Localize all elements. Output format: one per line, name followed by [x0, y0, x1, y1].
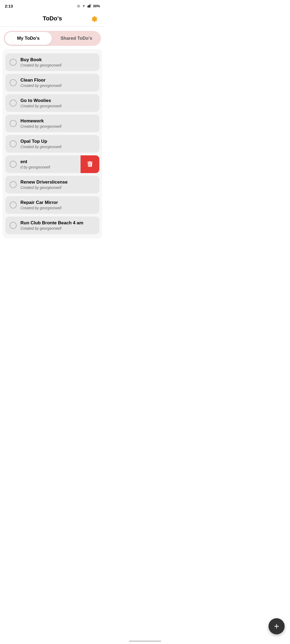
todo-title-4: Homework — [20, 118, 95, 124]
todo-creator-7: Created by georgeorwell — [20, 185, 95, 190]
list-item: Homework Created by georgeorwell — [5, 115, 99, 132]
todo-list: Buy Book Created by georgeorwell Clean F… — [3, 49, 102, 239]
svg-rect-3 — [89, 4, 90, 7]
list-item: Repair Car Mirror Created by georgeorwel… — [5, 196, 99, 214]
todo-title-6: ent — [20, 159, 76, 164]
header-divider — [0, 26, 105, 27]
gear-icon — [91, 16, 98, 23]
todo-checkbox-3[interactable] — [10, 100, 17, 107]
todo-title-2: Clean Floor — [20, 78, 95, 83]
list-item: Buy Book Created by georgeorwell — [5, 53, 99, 71]
page-title: ToDo's — [43, 15, 62, 22]
tab-my-todos[interactable]: My ToDo's — [5, 32, 52, 45]
todo-title-5: Opal Top Up — [20, 139, 95, 144]
todo-creator-8: Created by georgeorwell — [20, 206, 95, 210]
todo-title-9: Run Club Bronte Beach 4 am — [20, 220, 95, 226]
status-icons: ⊙ 30% — [77, 4, 100, 8]
list-item: Run Club Bronte Beach 4 am Created by ge… — [5, 217, 99, 234]
todo-checkbox-1[interactable] — [10, 59, 17, 66]
gear-button[interactable] — [90, 14, 99, 24]
todo-creator-1: Created by georgeorwell — [20, 63, 95, 67]
todo-checkbox-9[interactable] — [10, 222, 17, 229]
todo-checkbox-7[interactable] — [10, 181, 17, 188]
location-icon: ⊙ — [77, 4, 80, 8]
list-item: Clean Floor Created by georgeorwell — [5, 74, 99, 92]
wifi-icon — [82, 4, 86, 8]
todo-checkbox-2[interactable] — [10, 79, 17, 86]
svg-rect-1 — [88, 6, 88, 8]
todo-title-1: Buy Book — [20, 57, 95, 63]
battery-icon: 30% — [93, 4, 100, 8]
svg-rect-2 — [88, 5, 89, 7]
todo-checkbox-8[interactable] — [10, 202, 17, 208]
todo-checkbox-5[interactable] — [10, 140, 17, 147]
tab-shared-todos[interactable]: Shared ToDo's — [53, 32, 100, 45]
todo-creator-2: Created by georgeorwell — [20, 83, 95, 88]
list-item-swiped: ent d by georgeorwell — [5, 155, 99, 173]
delete-button-6[interactable] — [81, 155, 99, 173]
todo-title-7: Renew Driverslicense — [20, 180, 95, 185]
tab-switcher: My ToDo's Shared ToDo's — [4, 31, 101, 46]
todo-checkbox-4[interactable] — [10, 120, 17, 127]
signal-icon — [88, 4, 91, 8]
todo-creator-5: Created by georgeorwell — [20, 145, 95, 149]
list-item: Go to Woolies Created by georgeorwell — [5, 94, 99, 112]
todo-creator-9: Created by georgeorwell — [20, 226, 95, 230]
status-time: 2:13 — [5, 4, 13, 8]
todo-creator-4: Created by georgeorwell — [20, 124, 95, 129]
trash-icon — [86, 160, 94, 168]
svg-point-0 — [84, 6, 84, 7]
todo-creator-3: Created by georgeorwell — [20, 104, 95, 108]
list-item: Opal Top Up Created by georgeorwell — [5, 135, 99, 153]
list-item: Renew Driverslicense Created by georgeor… — [5, 176, 99, 193]
todo-title-3: Go to Woolies — [20, 98, 95, 103]
todo-creator-6: d by georgeorwell — [20, 165, 76, 169]
status-bar: 2:13 ⊙ 30% — [0, 0, 105, 12]
todo-checkbox-6[interactable] — [10, 161, 17, 168]
todo-title-8: Repair Car Mirror — [20, 200, 95, 205]
svg-rect-4 — [90, 4, 91, 8]
header: ToDo's — [0, 12, 105, 26]
